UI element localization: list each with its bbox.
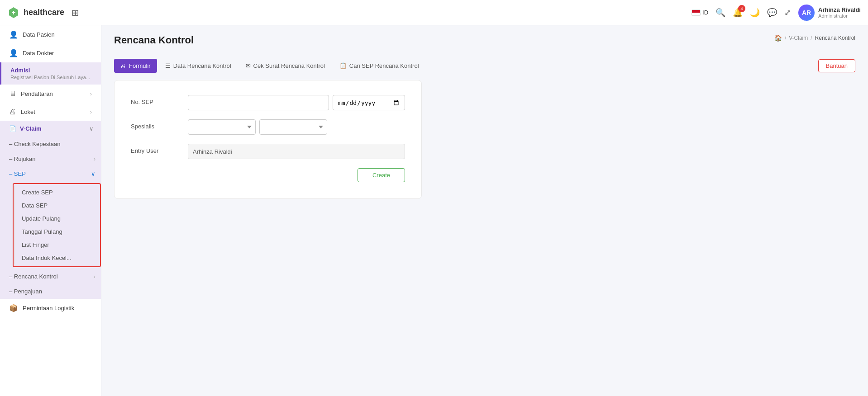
tab-formulir[interactable]: 🖨 Formulir bbox=[114, 59, 157, 73]
sidebar-item-permintaan-logistik[interactable]: 📦 Permintaan Logistik bbox=[0, 299, 101, 317]
flag-icon bbox=[692, 9, 701, 16]
logistik-icon: 📦 bbox=[9, 304, 18, 312]
tab-formulir-label: Formulir bbox=[129, 62, 151, 69]
spesialis-label: Spesialis bbox=[131, 119, 181, 130]
breadcrumb-sep1: / bbox=[785, 35, 786, 41]
sidebar-item-create-sep[interactable]: Create SEP bbox=[14, 186, 100, 199]
sidebar-item-pengajuan[interactable]: – Pengajuan bbox=[9, 284, 101, 299]
sidebar-item-data-pasien[interactable]: 👤 Data Pasien bbox=[0, 25, 101, 44]
tab-cari-sep[interactable]: 📋 Cari SEP Rencana Kontrol bbox=[333, 59, 425, 73]
loket-icon: 🖨 bbox=[9, 108, 16, 116]
sidebar-item-pendaftaran[interactable]: 🖥 Pendaftaran › bbox=[0, 85, 101, 103]
tabs: 🖨 Formulir ☰ Data Rencana Kontrol ✉ Cek … bbox=[114, 59, 425, 73]
sidebar-item-rujukan[interactable]: – Rujukan › bbox=[9, 151, 101, 166]
sidebar-label-data-dokter: Data Dokter bbox=[23, 50, 54, 57]
loket-chevron: › bbox=[90, 108, 92, 115]
spesialis-select-1[interactable] bbox=[188, 119, 256, 135]
no-sep-controls bbox=[188, 95, 405, 110]
chat-button[interactable]: 💬 bbox=[767, 8, 777, 18]
lang-label: ID bbox=[702, 9, 708, 16]
fullscreen-button[interactable]: ⤢ bbox=[784, 8, 791, 18]
rujukan-chevron: › bbox=[94, 156, 95, 162]
sidebar-item-data-dokter[interactable]: 👤 Data Dokter bbox=[0, 44, 101, 62]
avatar: AR bbox=[798, 5, 815, 21]
breadcrumb-home-icon[interactable]: 🏠 bbox=[774, 34, 782, 42]
sidebar-vclaim-section: 📄 V-Claim ∨ – Check Kepestaan – Rujukan … bbox=[0, 121, 101, 299]
sidebar-item-data-induk-kecel[interactable]: Data Induk Kecel... bbox=[14, 251, 100, 264]
create-btn-row: Create bbox=[131, 168, 405, 182]
pengajuan-label: Pengajuan bbox=[14, 288, 42, 295]
logo-icon bbox=[7, 6, 20, 19]
sidebar-item-check-kepestaan[interactable]: – Check Kepestaan bbox=[9, 137, 101, 151]
tab-data-rencana-label: Data Rencana Kontrol bbox=[173, 62, 231, 69]
tab-cek-surat-label: Cek Surat Rencana Kontrol bbox=[253, 62, 325, 69]
grid-icon[interactable]: ⊞ bbox=[72, 7, 79, 18]
sidebar-label-permintaan-logistik: Permintaan Logistik bbox=[23, 305, 74, 311]
rencana-kontrol-chevron: › bbox=[94, 273, 95, 280]
spesialis-controls bbox=[188, 119, 405, 135]
vclaim-icon: 📄 bbox=[9, 125, 16, 132]
tabs-row: 🖨 Formulir ☰ Data Rencana Kontrol ✉ Cek … bbox=[114, 59, 855, 73]
breadcrumb-vclaim[interactable]: V-Claim bbox=[789, 35, 808, 41]
entry-user-value: Arhinza Rivaldi bbox=[188, 144, 405, 159]
page-title: Rencana Kontrol bbox=[114, 34, 194, 46]
tab-cek-surat[interactable]: ✉ Cek Surat Rencana Kontrol bbox=[239, 59, 331, 73]
vclaim-chevron-down: ∨ bbox=[89, 125, 94, 132]
check-kepestaan-label: Check Kepestaan bbox=[14, 141, 61, 147]
create-button[interactable]: Create bbox=[358, 168, 405, 182]
rujukan-label: Rujukan bbox=[14, 156, 36, 162]
doctor-icon: 👤 bbox=[9, 49, 18, 57]
sidebar-label-data-pasien: Data Pasien bbox=[23, 31, 55, 38]
language-selector[interactable]: ID bbox=[692, 9, 708, 16]
notification-badge: 4 bbox=[738, 5, 745, 12]
breadcrumb-sep2: / bbox=[811, 35, 812, 41]
spesialis-select-2[interactable] bbox=[259, 119, 327, 135]
admisi-sub: Registrasi Pasion Di Seluruh Laya... bbox=[10, 75, 92, 80]
layout: 👤 Data Pasien 👤 Data Dokter Admisi Regis… bbox=[0, 25, 868, 396]
sep-label: SEP bbox=[14, 170, 26, 177]
vclaim-submenu: – Check Kepestaan – Rujukan › – SEP ∨ Cr… bbox=[0, 137, 101, 299]
sidebar-item-data-sep[interactable]: Data SEP bbox=[14, 199, 100, 212]
entry-user-label: Entry User bbox=[131, 144, 181, 154]
user-profile[interactable]: AR Arhinza Rivaldi Administrator bbox=[798, 5, 861, 21]
header-left: healthcare ⊞ bbox=[7, 6, 79, 19]
dark-mode-toggle[interactable]: 🌙 bbox=[750, 8, 760, 18]
entry-user-controls: Arhinza Rivaldi bbox=[188, 144, 405, 159]
sidebar-item-tanggal-pulang[interactable]: Tanggal Pulang bbox=[14, 225, 100, 238]
formulir-icon: 🖨 bbox=[120, 62, 126, 69]
date-input[interactable] bbox=[333, 95, 405, 110]
sidebar: 👤 Data Pasien 👤 Data Dokter Admisi Regis… bbox=[0, 25, 101, 396]
breadcrumb: 🏠 / V-Claim / Rencana Kontrol bbox=[774, 34, 855, 42]
sidebar-item-vclaim[interactable]: 📄 V-Claim ∨ bbox=[0, 121, 101, 137]
breadcrumb-current: Rencana Kontrol bbox=[815, 35, 855, 41]
sep-chevron: ∨ bbox=[91, 170, 95, 177]
cari-sep-icon: 📋 bbox=[339, 62, 347, 69]
sidebar-item-admisi[interactable]: Admisi Registrasi Pasion Di Seluruh Laya… bbox=[0, 62, 101, 85]
person-icon: 👤 bbox=[9, 30, 18, 39]
no-sep-input[interactable] bbox=[188, 95, 329, 110]
data-rencana-icon: ☰ bbox=[165, 62, 171, 69]
pendaftaran-chevron: › bbox=[90, 90, 92, 97]
bantuan-button[interactable]: Bantuan bbox=[818, 59, 855, 72]
sidebar-item-loket[interactable]: 🖨 Loket › bbox=[0, 103, 101, 121]
tab-data-rencana[interactable]: ☰ Data Rencana Kontrol bbox=[159, 59, 238, 73]
user-role: Administrator bbox=[818, 13, 861, 19]
sidebar-item-sep[interactable]: – SEP ∨ bbox=[9, 166, 101, 181]
sep-children-highlight: Create SEP Data SEP Update Pulang Tangga… bbox=[13, 183, 101, 267]
form-card: No. SEP Spesialis bbox=[114, 80, 422, 199]
main-content: Rencana Kontrol 🏠 / V-Claim / Rencana Ko… bbox=[101, 25, 868, 396]
avatar-info: Arhinza Rivaldi Administrator bbox=[818, 6, 861, 19]
user-name: Arhinza Rivaldi bbox=[818, 6, 861, 13]
header-right: ID 🔍 🔔 4 🌙 💬 ⤢ AR Arhinza Rivaldi Admini… bbox=[692, 5, 861, 21]
sidebar-label-pendaftaran: Pendaftaran bbox=[21, 90, 53, 97]
sidebar-item-update-pulang[interactable]: Update Pulang bbox=[14, 212, 100, 225]
notification-button[interactable]: 🔔 4 bbox=[733, 8, 743, 18]
rencana-kontrol-label: Rencana Kontrol bbox=[14, 273, 58, 280]
tab-cari-sep-label: Cari SEP Rencana Kontrol bbox=[349, 62, 419, 69]
sidebar-item-rencana-kontrol[interactable]: – Rencana Kontrol › bbox=[9, 269, 101, 284]
sidebar-item-list-finger[interactable]: List Finger bbox=[14, 238, 100, 251]
search-button[interactable]: 🔍 bbox=[715, 8, 725, 18]
logo: healthcare bbox=[7, 6, 64, 19]
header: healthcare ⊞ ID 🔍 🔔 4 🌙 💬 ⤢ AR Arhinza R… bbox=[0, 0, 868, 25]
cek-surat-icon: ✉ bbox=[246, 62, 251, 69]
